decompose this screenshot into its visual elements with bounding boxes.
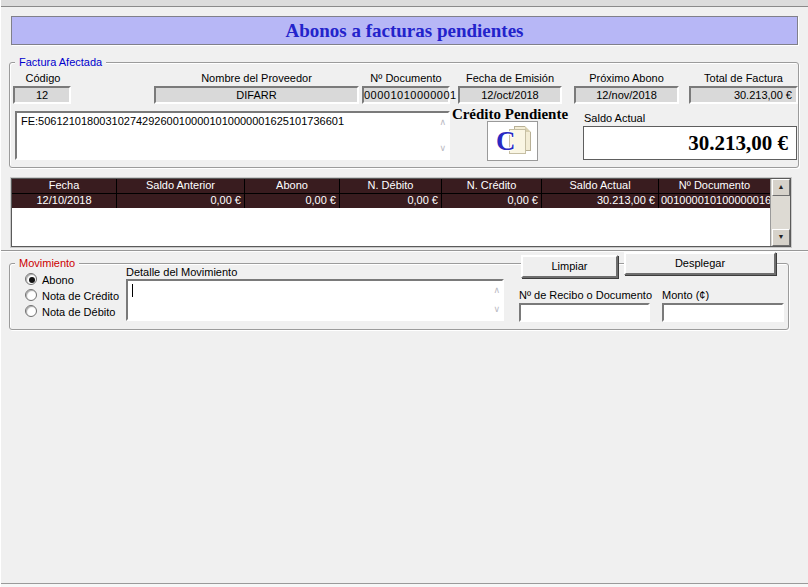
proximo-abono-field: 12/nov/2018 — [574, 86, 679, 104]
scrollbar-up-icon[interactable]: ▲ — [772, 179, 790, 196]
scroll-down-icon[interactable]: ∨ — [493, 305, 500, 314]
column-header-num-documento: Nº Documento — [659, 179, 770, 193]
column-header-saldo-actual: Saldo Actual — [542, 179, 659, 193]
table-row[interactable]: 12/10/2018 0,00 € 0,00 € 0,00 € 0,00 € 3… — [12, 193, 770, 208]
proveedor-field: DIFARR — [154, 86, 359, 104]
limpiar-button[interactable]: Limpiar — [521, 255, 618, 278]
radio-abono[interactable] — [25, 273, 37, 285]
fecha-emision-label: Fecha de Emisión — [458, 72, 562, 84]
column-header-fecha: Fecha — [12, 179, 117, 193]
cell-n-credito: 0,00 € — [442, 194, 542, 208]
table-scrollbar[interactable]: ▲ ▼ — [770, 179, 790, 246]
column-header-n-credito: N. Crédito — [442, 179, 542, 193]
total-factura-label: Total de Factura — [689, 72, 798, 84]
detalle-movimiento-label: Detalle del Movimiento — [126, 266, 237, 278]
codigo-field: 12 — [13, 86, 71, 104]
window-top-edge — [1, 0, 808, 7]
page-title: Abonos a facturas pendientes — [11, 16, 798, 45]
radio-abono-label[interactable]: Abono — [42, 274, 74, 287]
codigo-label: Código — [13, 72, 73, 84]
radio-nota-debito[interactable] — [25, 305, 37, 317]
detalle-movimiento-textarea[interactable]: ∧ ∨ — [126, 279, 504, 321]
movimiento-group-label: Movimiento — [15, 257, 79, 269]
desplegar-button[interactable]: Desplegar — [624, 252, 776, 275]
column-header-saldo-anterior: Saldo Anterior — [117, 179, 245, 193]
scroll-up-icon[interactable]: ∧ — [439, 118, 446, 127]
text-caret — [132, 284, 133, 297]
cell-fecha: 12/10/2018 — [12, 194, 117, 208]
saldo-actual-label: Saldo Actual — [584, 112, 645, 124]
radio-nota-credito[interactable] — [25, 289, 37, 301]
monto-label: Monto (¢) — [662, 289, 709, 301]
window-bottom-edge — [1, 583, 808, 587]
table-header-row: Fecha Saldo Anterior Abono N. Débito N. … — [12, 179, 770, 193]
cell-abono: 0,00 € — [245, 194, 340, 208]
radio-nota-debito-label[interactable]: Nota de Débito — [42, 306, 115, 319]
column-header-n-debito: N. Débito — [340, 179, 442, 193]
column-header-abono: Abono — [245, 179, 340, 193]
proximo-abono-label: Próximo Abono — [574, 72, 679, 84]
fecha-emision-field: 12/oct/2018 — [458, 86, 562, 104]
scroll-up-icon[interactable]: ∧ — [493, 286, 500, 295]
recibo-documento-input[interactable] — [519, 303, 650, 322]
factura-afectada-group-label: Factura Afectada — [15, 56, 106, 68]
movimientos-table: Fecha Saldo Anterior Abono N. Débito N. … — [11, 178, 791, 247]
cell-saldo-actual: 30.213,00 € — [542, 194, 659, 208]
app-window: Abonos a facturas pendientes Factura Afe… — [0, 0, 808, 587]
scroll-down-icon[interactable]: ∨ — [439, 144, 446, 153]
credito-c-icon: C — [496, 125, 516, 157]
num-documento-field: 00001010000001 — [362, 86, 450, 104]
cell-num-documento: 001000010100000016 — [659, 194, 770, 208]
proveedor-label: Nombre del Proveedor — [154, 72, 359, 84]
total-factura-field: 30.213,00 € — [689, 86, 798, 104]
monto-input[interactable] — [662, 303, 784, 322]
credito-pendiente-button[interactable]: C — [487, 121, 538, 161]
radio-nota-credito-label[interactable]: Nota de Crédito — [42, 290, 119, 303]
saldo-actual-value: 30.213,00 € — [583, 126, 797, 160]
cell-n-debito: 0,00 € — [340, 194, 442, 208]
recibo-documento-label: Nº de Recibo o Documento — [519, 289, 652, 301]
clave-electronica-text: FE:5061210180031027429260010000101000000… — [21, 115, 344, 127]
clave-electronica-textarea[interactable]: FE:5061210180031027429260010000101000000… — [15, 111, 450, 160]
scrollbar-down-icon[interactable]: ▼ — [772, 229, 790, 246]
num-documento-label: Nº Documento — [362, 72, 450, 84]
cell-saldo-anterior: 0,00 € — [117, 194, 245, 208]
